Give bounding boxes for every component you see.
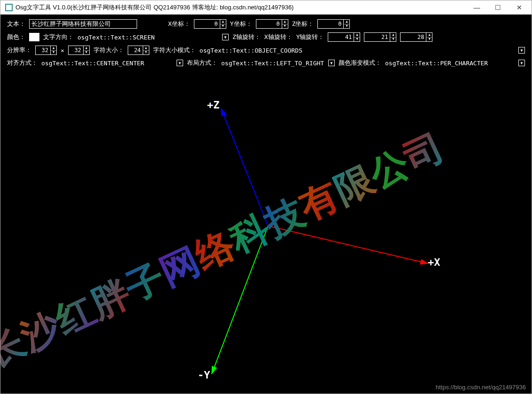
axis-y-label: -Y	[198, 369, 210, 381]
down-arrow-icon[interactable]: ▼	[344, 24, 349, 29]
row-color-rotation: 颜色： 文字方向： osgText::Text::SCREEN ▼ Z轴旋转： …	[7, 32, 525, 42]
layout-value: osgText::Text::LEFT_TO_RIGHT	[221, 60, 324, 67]
down-arrow-icon[interactable]: ▼	[220, 24, 226, 29]
minimize-button[interactable]: —	[466, 0, 487, 14]
fontmode-dropdown[interactable]: ▼	[518, 47, 525, 54]
down-arrow-icon[interactable]: ▼	[282, 24, 288, 29]
res-h-input[interactable]	[68, 46, 83, 55]
up-arrow-icon[interactable]: ▲	[282, 20, 288, 24]
fontmode-value: osgText::Text::OBJECT_COORDS	[200, 47, 515, 54]
resolution-label: 分辨率：	[7, 46, 31, 54]
times-label: ×	[61, 47, 64, 54]
color-label: 颜色：	[7, 33, 25, 41]
fontsize-label: 字符大小：	[93, 46, 124, 54]
z-coord-label: Z坐标：	[292, 20, 314, 28]
zrot-label: Z轴旋转：	[232, 33, 261, 41]
close-button[interactable]: ✕	[509, 0, 530, 14]
y-coord-input[interactable]	[256, 19, 282, 29]
window-title: Osg文字工具 V1.0.0(长沙红胖子网络科技有限公司 QQ21497936 …	[15, 3, 466, 12]
z-coord-input[interactable]	[317, 19, 343, 29]
row-align-layout: 对齐方式： osgText::Text::CENTER_CENTER ▼ 布局方…	[7, 59, 525, 67]
direction-label: 文字方向：	[43, 33, 74, 41]
client-area: 文本： X坐标： ▲▼ Y坐标： ▲▼ Z坐标： ▲▼	[0, 15, 532, 394]
y-coord-label: Y坐标：	[230, 20, 252, 28]
down-arrow-icon[interactable]: ▼	[426, 38, 432, 42]
titlebar: Osg文字工具 V1.0.0(长沙红胖子网络科技有限公司 QQ21497936 …	[0, 0, 532, 15]
rot3-spinner[interactable]: ▲▼	[400, 32, 432, 42]
gradient-label: 颜色渐变模式：	[339, 59, 381, 67]
up-arrow-icon[interactable]: ▲	[426, 33, 432, 38]
row-text-coords: 文本： X坐标： ▲▼ Y坐标： ▲▼ Z坐标： ▲▼	[7, 19, 525, 29]
axis-x-label: +X	[428, 256, 440, 268]
maximize-button[interactable]: ☐	[487, 0, 509, 14]
xrot-label: X轴旋转：	[264, 33, 293, 41]
rot2-input[interactable]	[364, 32, 390, 42]
layout-label: 布局方式：	[187, 59, 217, 67]
align-label: 对齐方式：	[7, 59, 38, 67]
yrot-label: Y轴旋转：	[296, 33, 324, 41]
gradient-value: osgText::Text::PER_CHARACTER	[385, 60, 515, 67]
up-arrow-icon[interactable]: ▲	[220, 20, 226, 24]
fontmode-label: 字符大小模式：	[153, 46, 196, 54]
x-coord-spinner[interactable]: ▲▼	[194, 19, 226, 29]
align-value: osgText::Text::CENTER_CENTER	[41, 60, 173, 67]
watermark: https://blog.csdn.net/qq21497936	[436, 384, 526, 391]
fontsize-spinner[interactable]: ▲▼	[128, 46, 149, 55]
up-arrow-icon[interactable]: ▲	[143, 46, 149, 51]
layout-dropdown[interactable]: ▼	[328, 60, 335, 66]
viewport-3d[interactable]: +Z +X -Y 长沙红胖子网络科技有限公司	[0, 94, 532, 394]
fontsize-input[interactable]	[128, 46, 143, 55]
direction-dropdown[interactable]: ▼	[222, 34, 229, 40]
app-icon	[5, 4, 13, 11]
text-label: 文本：	[7, 20, 25, 28]
direction-value: osgText::Text::SCREEN	[77, 34, 218, 41]
align-dropdown[interactable]: ▼	[177, 60, 183, 66]
down-arrow-icon[interactable]: ▼	[51, 51, 56, 55]
up-arrow-icon[interactable]: ▲	[51, 46, 56, 51]
down-arrow-icon[interactable]: ▼	[143, 51, 149, 55]
res-w-input[interactable]	[35, 46, 50, 55]
up-arrow-icon[interactable]: ▲	[344, 20, 349, 24]
app-window: Osg文字工具 V1.0.0(长沙红胖子网络科技有限公司 QQ21497936 …	[0, 0, 532, 394]
y-coord-spinner[interactable]: ▲▼	[256, 19, 288, 29]
up-arrow-icon[interactable]: ▲	[390, 33, 396, 38]
rot3-input[interactable]	[400, 32, 426, 42]
controls-panel: 文本： X坐标： ▲▼ Y坐标： ▲▼ Z坐标： ▲▼	[0, 15, 532, 73]
row-resolution: 分辨率： ▲▼ × ▲▼ 字符大小： ▲▼ 字符大小模式： osgText::T…	[7, 46, 525, 55]
text-input[interactable]	[29, 19, 137, 29]
rot1-input[interactable]	[328, 32, 354, 42]
down-arrow-icon[interactable]: ▼	[390, 38, 396, 42]
rot1-spinner[interactable]: ▲▼	[328, 32, 360, 42]
down-arrow-icon[interactable]: ▼	[354, 38, 360, 42]
x-coord-label: X坐标：	[168, 20, 190, 28]
res-w-spinner[interactable]: ▲▼	[35, 46, 57, 55]
color-swatch[interactable]	[29, 33, 39, 41]
x-coord-input[interactable]	[194, 19, 220, 29]
rot2-spinner[interactable]: ▲▼	[364, 32, 396, 42]
up-arrow-icon[interactable]: ▲	[354, 33, 360, 38]
down-arrow-icon[interactable]: ▼	[84, 51, 89, 55]
res-h-spinner[interactable]: ▲▼	[68, 46, 90, 55]
up-arrow-icon[interactable]: ▲	[84, 46, 89, 51]
axis-z-label: +Z	[207, 99, 220, 111]
z-coord-spinner[interactable]: ▲▼	[317, 19, 350, 29]
gradient-dropdown[interactable]: ▼	[518, 60, 525, 66]
